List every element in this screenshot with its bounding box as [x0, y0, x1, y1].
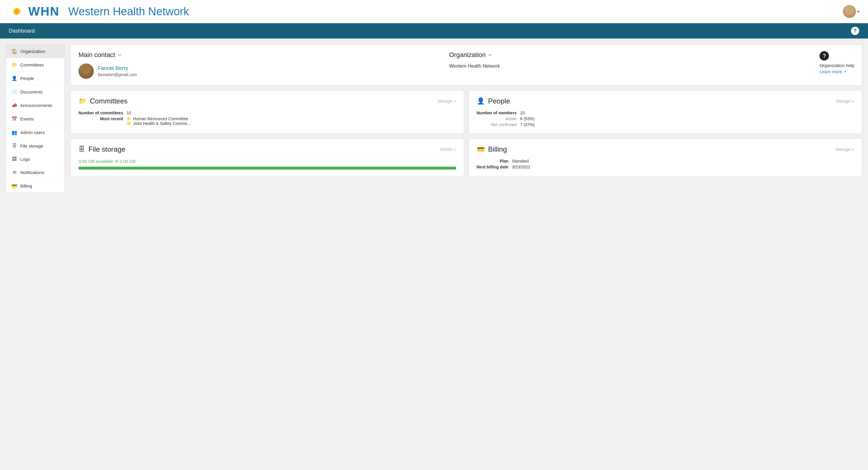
header: WHN Western Health Network ▾: [0, 0, 868, 23]
top-card: Main contact ✏ Fannie Berry fanniebrr@gm…: [70, 44, 862, 86]
file-storage-icon: 🗄: [79, 146, 85, 153]
num-committees-value: 10: [127, 111, 456, 115]
sidebar-label-announcements: Announcements: [20, 103, 52, 108]
storage-icon: 🗄: [11, 143, 17, 149]
not-confirmed-label: Not confirmed: [477, 122, 517, 127]
edit-org-icon[interactable]: ✏: [489, 53, 492, 57]
contact-name[interactable]: Fannie Berry: [98, 65, 137, 71]
nav-title: Dashboard: [9, 28, 35, 34]
person-icon: 👤: [11, 75, 17, 81]
file-storage-title: 🗄 File storage: [79, 145, 125, 153]
people-card-header: 👤 People Manage >: [477, 97, 855, 105]
main-contact-section: Main contact ✏ Fannie Berry fanniebrr@gm…: [79, 51, 432, 79]
billing-data: Plan Standard Next billing date 3/23/202…: [477, 159, 855, 169]
people-card: 👤 People Manage > Number of members 15 A…: [469, 90, 862, 134]
billing-manage-link[interactable]: Manage >: [836, 147, 854, 152]
folder-icon: 📁: [11, 62, 17, 68]
plan-label: Plan: [477, 159, 508, 163]
committee-item-2: 📁 Joint Health & Safety Commit...: [127, 121, 456, 126]
active-label: Active: [477, 116, 517, 121]
most-recent-label: Most recent: [79, 116, 123, 121]
content-area: Main contact ✏ Fannie Berry fanniebrr@gm…: [70, 44, 862, 467]
sidebar-item-events[interactable]: 📅 Events: [6, 112, 64, 126]
sidebar-label-committees: Committees: [20, 62, 44, 67]
committee-items: 📁 Human Resources Committee 📁 Joint Heal…: [127, 116, 456, 126]
file-storage-header: 🗄 File storage Details >: [79, 145, 456, 153]
billing-card-icon: 💳: [477, 146, 485, 153]
document-icon: 📄: [11, 89, 17, 95]
sidebar-label-billing: Billing: [20, 183, 32, 188]
main-contact-title: Main contact ✏: [79, 51, 432, 59]
svg-point-5: [14, 9, 19, 14]
help-label: Organization help: [819, 63, 854, 68]
sidebar-label-events: Events: [20, 116, 34, 121]
committees-manage-link[interactable]: Manage >: [438, 99, 456, 103]
avatar-image: [843, 5, 856, 18]
sidebar-label-documents: Documents: [20, 89, 42, 94]
middle-row: 📁 Committees Manage > Number of committe…: [70, 90, 862, 134]
email-icon: ✉: [11, 169, 17, 175]
edit-contact-icon[interactable]: ✏: [118, 53, 122, 57]
calendar-icon: 📅: [11, 116, 17, 122]
billing-card-header: 💳 Billing Manage >: [477, 145, 855, 153]
sidebar-item-logo[interactable]: 🖼 Logo: [6, 153, 64, 166]
sidebar-label-organization: Organization: [20, 49, 45, 54]
sidebar-item-committees[interactable]: 📁 Committees: [6, 58, 64, 72]
learn-more-link[interactable]: Learn more ↗: [819, 69, 854, 74]
num-members-label: Number of members: [477, 111, 517, 115]
file-storage-card: 🗄 File storage Details > 3.00 GB availab…: [70, 138, 464, 176]
sidebar-item-file-storage[interactable]: 🗄 File storage: [6, 139, 64, 153]
org-name: Western Health Network: [449, 63, 802, 69]
sidebar-item-announcements[interactable]: 📣 Announcements: [6, 99, 64, 112]
sidebar-item-billing[interactable]: 💳 Billing: [6, 179, 64, 193]
plan-value: Standard: [512, 159, 854, 163]
contact-avatar: [79, 63, 94, 79]
billing-card: 💳 Billing Manage > Plan Standard Next bi…: [469, 138, 862, 176]
sidebar-item-admin-users[interactable]: 👥 Admin users: [6, 126, 64, 139]
header-title: Western Health Network: [68, 5, 189, 18]
committees-data: Number of committees 10 Most recent 📁 Hu…: [79, 111, 456, 126]
next-billing-label: Next billing date: [477, 165, 508, 169]
storage-bar-fill: [79, 167, 456, 169]
people-data: Number of members 15 Active 8 (53%) Not …: [477, 111, 855, 127]
file-storage-details-link[interactable]: Details >: [440, 147, 456, 152]
chevron-down-icon: ▾: [857, 9, 859, 14]
bottom-row: 🗄 File storage Details > 3.00 GB availab…: [70, 138, 862, 176]
next-billing-value: 3/23/2022: [512, 165, 854, 169]
image-icon: 🖼: [11, 156, 17, 162]
committees-card-header: 📁 Committees Manage >: [79, 97, 456, 105]
people-icon: 👤: [477, 97, 485, 105]
external-link-icon: ↗: [843, 70, 846, 74]
sidebar-label-logo: Logo: [20, 157, 30, 162]
storage-available-text: 3.00 GB available of 3.00 GB: [79, 159, 456, 164]
user-avatar[interactable]: [843, 5, 856, 18]
logo-text: WHN: [28, 4, 59, 19]
committees-folder-icon: 📁: [79, 97, 86, 105]
sidebar-item-organization[interactable]: 🏠 Organization: [6, 45, 64, 58]
billing-icon: 💳: [11, 183, 17, 189]
main-layout: 🏠 Organization 📁 Committees 👤 People 📄 D…: [0, 38, 868, 470]
sidebar-item-documents[interactable]: 📄 Documents: [6, 85, 64, 99]
billing-card-title: 💳 Billing: [477, 145, 507, 153]
sidebar-item-people[interactable]: 👤 People: [6, 72, 64, 85]
contact-info: Fannie Berry fanniebrr@gmail.com: [79, 63, 432, 79]
storage-bar-background: [79, 167, 456, 169]
help-icon-circle: ?: [819, 51, 829, 61]
num-committees-label: Number of committees: [79, 111, 123, 115]
people-manage-link[interactable]: Manage >: [836, 99, 854, 103]
sidebar-item-notifications[interactable]: ✉ Notifications: [6, 166, 64, 179]
home-icon: 🏠: [11, 49, 17, 54]
committee-folder-icon-2: 📁: [127, 121, 131, 126]
announcement-icon: 📣: [11, 102, 17, 108]
nav-bar: Dashboard ?: [0, 23, 868, 38]
sidebar-label-notifications: Notifications: [20, 170, 44, 175]
logo-area: WHN: [9, 3, 59, 20]
sidebar: 🏠 Organization 📁 Committees 👤 People 📄 D…: [6, 44, 65, 193]
committee-item-1: 📁 Human Resources Committee: [127, 116, 456, 121]
nav-help-button[interactable]: ?: [851, 27, 859, 35]
people-card-title: 👤 People: [477, 97, 510, 105]
active-value: 8 (53%): [520, 116, 854, 121]
contact-details: Fannie Berry fanniebrr@gmail.com: [98, 65, 137, 77]
admin-icon: 👥: [11, 130, 17, 135]
user-menu[interactable]: ▾: [843, 5, 859, 18]
